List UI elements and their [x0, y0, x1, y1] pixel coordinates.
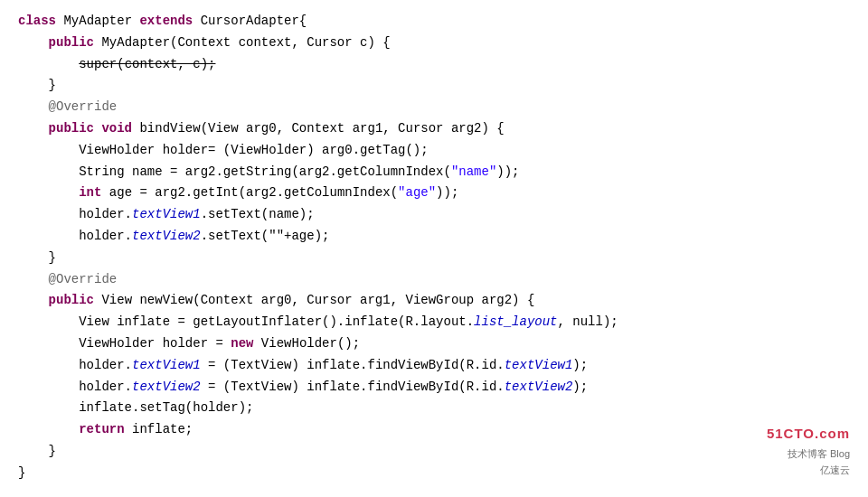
- code-token: textView2: [505, 380, 573, 394]
- code-token: holder.: [18, 358, 132, 372]
- code-token: [18, 293, 49, 307]
- code-token: CursorAdapter{: [201, 14, 307, 28]
- code-token: }: [18, 78, 56, 92]
- code-token: = (TextView) inflate.findViewById(R.id.: [201, 358, 505, 372]
- watermark-sub2: 亿速云: [767, 462, 850, 479]
- code-token: [18, 35, 49, 50]
- code-line: holder.textView1 = (TextView) inflate.fi…: [18, 355, 850, 377]
- code-line: @Override: [18, 97, 850, 118]
- code-line: int age = arg2.getInt(arg2.getColumnInde…: [18, 183, 850, 204]
- watermark: 51CTO.com 技术博客 Blog 亿速云: [767, 422, 850, 479]
- watermark-sub1: 技术博客 Blog: [767, 445, 850, 463]
- code-token: [18, 121, 49, 136]
- code-block: class MyAdapter extends CursorAdapter{ p…: [18, 11, 850, 484]
- code-line: ViewHolder holder= (ViewHolder) arg0.get…: [18, 140, 850, 162]
- code-token: list_layout: [474, 314, 557, 329]
- code-token: extends: [139, 14, 200, 28]
- code-token: MyAdapter: [63, 14, 139, 28]
- code-line: public void bindView(View arg0, Context …: [18, 118, 850, 140]
- code-token: , null);: [558, 314, 618, 329]
- code-token: textView1: [132, 207, 201, 221]
- code-line: return inflate;: [18, 419, 850, 441]
- code-token: class: [18, 14, 63, 28]
- code-token: inflate;: [125, 422, 193, 436]
- code-token: MyAdapter(Context context,: [101, 35, 307, 50]
- code-token: holder.: [18, 380, 132, 394]
- code-line: holder.textView2 = (TextView) inflate.fi…: [18, 377, 850, 399]
- code-token: holder.: [18, 229, 132, 243]
- code-line: }: [18, 75, 850, 97]
- code-token: bindView(View arg0, Context arg1, Cursor…: [139, 121, 504, 136]
- code-line: @Override: [18, 269, 850, 291]
- code-token: View inflate = getLayoutInflater().infla…: [18, 314, 474, 329]
- code-token: "age": [398, 185, 436, 200]
- code-token: textView2: [132, 229, 201, 243]
- code-token: );: [572, 358, 588, 372]
- code-token: ));: [496, 164, 519, 179]
- code-token: age = arg2.getInt(arg2.getColumnIndex(: [101, 185, 398, 200]
- code-token: ViewHolder holder =: [18, 336, 231, 351]
- code-token: ViewHolder();: [253, 336, 360, 351]
- code-token: "name": [451, 164, 496, 179]
- code-line: holder.textView1.setText(name);: [18, 204, 850, 226]
- code-line: }: [18, 441, 850, 463]
- code-token: String name = arg2.getString(arg2.getCol…: [18, 164, 451, 179]
- code-line: super(context, c);: [18, 54, 850, 76]
- code-line: holder.textView2.setText(""+age);: [18, 226, 850, 248]
- code-container: class MyAdapter extends CursorAdapter{ p…: [0, 0, 868, 497]
- code-token: return: [79, 422, 124, 436]
- code-token: [18, 185, 79, 200]
- code-token: textView1: [132, 358, 201, 372]
- code-line: public View newView(Context arg0, Cursor…: [18, 290, 850, 312]
- code-line: View inflate = getLayoutInflater().infla…: [18, 312, 850, 333]
- code-token: super(context, c);: [79, 57, 215, 71]
- code-token: @Override: [18, 272, 117, 286]
- code-token: .setText(""+age);: [201, 229, 330, 243]
- code-line: class MyAdapter extends CursorAdapter{: [18, 11, 850, 33]
- code-token: textView2: [132, 380, 201, 394]
- watermark-site: 51CTO.com: [767, 422, 850, 445]
- code-token: public: [49, 35, 102, 50]
- code-token: View newView(Context arg0, Cursor arg1, …: [101, 293, 534, 307]
- code-token: public: [49, 293, 102, 307]
- code-token: int: [79, 185, 101, 200]
- code-line: ViewHolder holder = new ViewHolder();: [18, 333, 850, 355]
- code-token: [18, 57, 79, 71]
- code-token: ViewHolder holder= (ViewHolder) arg0.get…: [18, 143, 429, 157]
- code-token: = (TextView) inflate.findViewById(R.id.: [201, 380, 505, 394]
- code-token: @Override: [18, 99, 117, 114]
- code-token: .setText(name);: [201, 207, 315, 221]
- code-token: textView1: [505, 358, 573, 372]
- code-token: }: [18, 444, 56, 458]
- code-line: public MyAdapter(Context context, Cursor…: [18, 33, 850, 54]
- code-line: }: [18, 463, 850, 484]
- code-line: String name = arg2.getString(arg2.getCol…: [18, 162, 850, 183]
- code-token: public void: [49, 121, 140, 136]
- code-token: [18, 422, 79, 436]
- code-line: }: [18, 248, 850, 269]
- code-token: );: [572, 380, 588, 394]
- code-token: new: [231, 336, 253, 351]
- code-token: ));: [436, 185, 458, 200]
- code-token: }: [18, 465, 25, 480]
- code-token: Cursor c) {: [307, 35, 390, 50]
- code-token: holder.: [18, 207, 132, 221]
- code-token: inflate.setTag(holder);: [18, 400, 253, 415]
- code-token: }: [18, 250, 56, 265]
- code-line: inflate.setTag(holder);: [18, 398, 850, 419]
